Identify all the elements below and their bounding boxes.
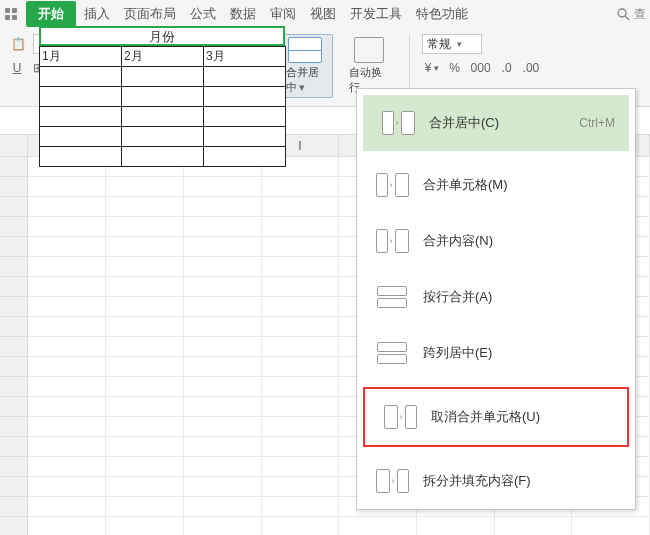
grid-cell[interactable]: [262, 197, 340, 217]
menu-merge-cells[interactable]: › 合并单元格(M): [357, 157, 635, 213]
grid-cell[interactable]: [106, 437, 184, 457]
grid-cell[interactable]: [262, 337, 340, 357]
tab-start[interactable]: 开始: [26, 1, 76, 27]
grid-cell[interactable]: [106, 337, 184, 357]
grid-cell[interactable]: [28, 297, 106, 317]
grid-cell[interactable]: [184, 497, 262, 517]
grid-cell[interactable]: [262, 297, 340, 317]
grid-cell[interactable]: [262, 457, 340, 477]
currency-icon[interactable]: ¥▾: [422, 58, 442, 78]
grid-cell[interactable]: [28, 177, 106, 197]
tab-review[interactable]: 审阅: [264, 3, 302, 25]
grid-cell[interactable]: [495, 517, 573, 535]
grid-cell[interactable]: [184, 197, 262, 217]
grid-cell[interactable]: [262, 237, 340, 257]
menu-split-fill[interactable]: › 拆分并填充内容(F): [357, 453, 635, 509]
select-all-corner[interactable]: [0, 135, 28, 157]
tab-formulas[interactable]: 公式: [184, 3, 222, 25]
grid-cell[interactable]: [184, 477, 262, 497]
grid-cell[interactable]: [184, 517, 262, 535]
grid-cell[interactable]: [262, 397, 340, 417]
merged-cell-selection[interactable]: 月份: [39, 26, 285, 46]
dec-dec-icon[interactable]: .00: [520, 58, 543, 78]
grid-cell[interactable]: [106, 237, 184, 257]
row-header[interactable]: [0, 237, 28, 257]
menu-merge-center[interactable]: › 合并居中(C) Ctrl+M: [363, 95, 629, 151]
grid-cell[interactable]: [262, 417, 340, 437]
menu-merge-content[interactable]: › 合并内容(N): [357, 213, 635, 269]
grid-cell[interactable]: [106, 317, 184, 337]
row-header[interactable]: [0, 457, 28, 477]
tab-pagelayout[interactable]: 页面布局: [118, 3, 182, 25]
grid-cell[interactable]: [184, 217, 262, 237]
menu-center-across[interactable]: 跨列居中(E): [357, 325, 635, 381]
grid-cell[interactable]: [106, 357, 184, 377]
grid-cell[interactable]: [28, 357, 106, 377]
grid-cell[interactable]: [262, 277, 340, 297]
grid-cell[interactable]: [184, 397, 262, 417]
grid-cell[interactable]: [28, 317, 106, 337]
grid-cell[interactable]: [28, 337, 106, 357]
thousands-icon[interactable]: 000: [468, 58, 494, 78]
apps-icon[interactable]: [4, 7, 18, 21]
grid-cell[interactable]: [28, 517, 106, 535]
menu-merge-across[interactable]: 按行合并(A): [357, 269, 635, 325]
row-header[interactable]: [0, 177, 28, 197]
row-header[interactable]: [0, 257, 28, 277]
row-header[interactable]: [0, 397, 28, 417]
grid-cell[interactable]: [262, 477, 340, 497]
row-header[interactable]: [0, 357, 28, 377]
grid-cell[interactable]: [184, 237, 262, 257]
grid-cell[interactable]: [184, 277, 262, 297]
grid-cell[interactable]: [262, 177, 340, 197]
grid-cell[interactable]: [184, 377, 262, 397]
menu-unmerge[interactable]: › 取消合并单元格(U): [363, 387, 629, 447]
row-header[interactable]: [0, 477, 28, 497]
row-header[interactable]: [0, 337, 28, 357]
row-header[interactable]: [0, 197, 28, 217]
row-header[interactable]: [0, 157, 28, 177]
row-header[interactable]: [0, 317, 28, 337]
grid-cell[interactable]: [106, 177, 184, 197]
grid-cell[interactable]: [106, 197, 184, 217]
grid-cell[interactable]: [28, 417, 106, 437]
grid-cell[interactable]: [28, 197, 106, 217]
grid-cell[interactable]: [106, 257, 184, 277]
cell-month-2[interactable]: 2月: [122, 47, 204, 67]
grid-cell[interactable]: [106, 277, 184, 297]
grid-cell[interactable]: [28, 477, 106, 497]
grid-cell[interactable]: [184, 357, 262, 377]
grid-cell[interactable]: [28, 217, 106, 237]
grid-cell[interactable]: [106, 497, 184, 517]
grid-cell[interactable]: [106, 457, 184, 477]
grid-cell[interactable]: [262, 517, 340, 535]
cell-month-3[interactable]: 3月: [204, 47, 286, 67]
dec-inc-icon[interactable]: .0: [498, 58, 516, 78]
grid-cell[interactable]: [28, 457, 106, 477]
percent-icon[interactable]: %: [446, 58, 464, 78]
grid-cell[interactable]: [28, 377, 106, 397]
grid-cell[interactable]: [106, 377, 184, 397]
row-header[interactable]: [0, 517, 28, 535]
grid-cell[interactable]: [184, 437, 262, 457]
number-format-select[interactable]: 常规▾: [422, 34, 482, 54]
grid-cell[interactable]: [106, 517, 184, 535]
grid-cell[interactable]: [184, 457, 262, 477]
grid-cell[interactable]: [262, 377, 340, 397]
grid-cell[interactable]: [106, 417, 184, 437]
row-header[interactable]: [0, 297, 28, 317]
grid-cell[interactable]: [28, 397, 106, 417]
grid-cell[interactable]: [262, 357, 340, 377]
grid-cell[interactable]: [106, 217, 184, 237]
grid-cell[interactable]: [106, 297, 184, 317]
row-header[interactable]: [0, 377, 28, 397]
grid-cell[interactable]: [572, 517, 650, 535]
cell-month-1[interactable]: 1月: [40, 47, 122, 67]
tab-developer[interactable]: 开发工具: [344, 3, 408, 25]
grid-cell[interactable]: [28, 277, 106, 297]
grid-cell[interactable]: [262, 257, 340, 277]
tab-special[interactable]: 特色功能: [410, 3, 474, 25]
tab-data[interactable]: 数据: [224, 3, 262, 25]
paste-icon[interactable]: 📋: [8, 34, 29, 54]
grid-cell[interactable]: [106, 477, 184, 497]
